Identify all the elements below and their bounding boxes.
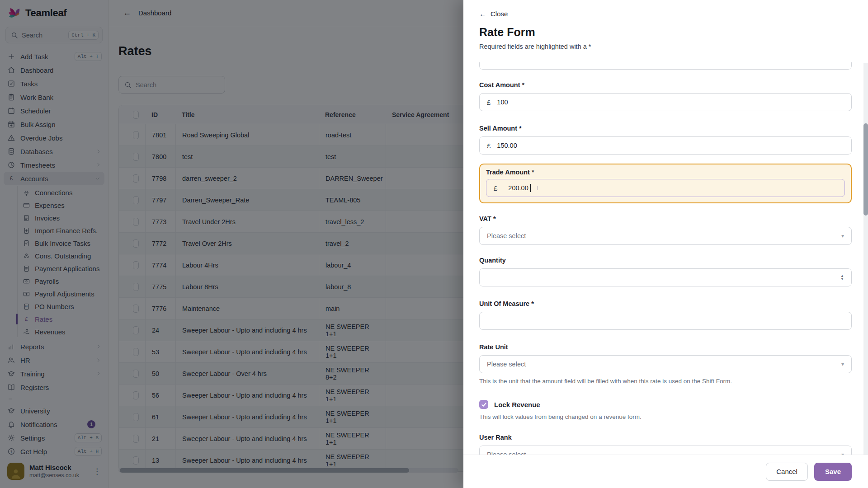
vat-placeholder: Please select — [487, 232, 526, 239]
check-icon — [481, 402, 487, 408]
trade-amount-value: 200.00 — [508, 184, 528, 192]
rate-unit-select[interactable]: Please select ▾ — [479, 355, 852, 373]
rate-form-body: Cost Amount * £ 100 Sell Amount * £ 150.… — [463, 62, 868, 455]
user-rank-placeholder: Please select — [487, 451, 526, 455]
stepper-arrows-icon[interactable]: ▲▼ — [840, 274, 844, 281]
lock-revenue-help: This will lock values from being changed… — [479, 413, 852, 420]
trade-amount-highlight-group: Trade Amount * £ 200.00 I — [479, 164, 852, 203]
rate-unit-label: Rate Unit — [479, 343, 852, 351]
rate-form-drawer: ← Close Rate Form Required fields are hi… — [463, 0, 868, 488]
scrollbar-thumb[interactable] — [863, 123, 868, 216]
close-label: Close — [491, 10, 508, 18]
sell-amount-label: Sell Amount * — [479, 125, 852, 132]
user-rank-select[interactable]: Please select ▾ — [479, 446, 852, 455]
trade-amount-label: Trade Amount * — [486, 169, 845, 176]
sell-amount-input[interactable]: £ 150.00 — [479, 136, 852, 155]
vat-select[interactable]: Please select ▾ — [479, 227, 852, 245]
drawer-title: Rate Form — [479, 26, 852, 39]
ibeam-mouse-cursor: I — [535, 184, 540, 192]
rate-unit-help: This is the unit that the amount field w… — [479, 378, 852, 385]
rate-unit-placeholder: Please select — [487, 361, 526, 368]
drawer-subtitle: Required fields are highlighted with a * — [479, 43, 852, 50]
chevron-down-icon: ▾ — [841, 233, 844, 239]
drawer-vertical-scrollbar[interactable] — [863, 63, 868, 455]
pound-symbol: £ — [494, 184, 497, 192]
trade-amount-input[interactable]: £ 200.00 I — [486, 179, 845, 197]
drawer-header: ← Close Rate Form Required fields are hi… — [463, 0, 868, 50]
text-caret — [530, 184, 531, 192]
clipped-input-above[interactable] — [479, 62, 852, 70]
cost-amount-label: Cost Amount * — [479, 81, 852, 89]
save-button[interactable]: Save — [814, 463, 852, 481]
vat-label: VAT * — [479, 215, 852, 222]
lock-revenue-label[interactable]: Lock Revenue — [494, 401, 540, 408]
quantity-stepper[interactable]: ▲▼ — [479, 268, 852, 286]
close-button[interactable]: ← Close — [479, 10, 508, 18]
cost-amount-input[interactable]: £ 100 — [479, 93, 852, 111]
unit-of-measure-label: Unit Of Measure * — [479, 300, 852, 307]
chevron-down-icon: ▾ — [841, 361, 844, 367]
lock-revenue-checkbox[interactable] — [479, 400, 488, 409]
chevron-down-icon: ▾ — [841, 451, 844, 455]
lock-revenue-row: Lock Revenue — [479, 400, 852, 409]
drawer-footer: Cancel Save — [463, 455, 868, 488]
user-rank-label: User Rank — [479, 434, 852, 441]
sell-amount-value: 150.00 — [497, 142, 517, 149]
app: Teamleaf Search Ctrl + K Add TaskAlt + T… — [0, 0, 868, 488]
unit-of-measure-input[interactable] — [479, 312, 852, 330]
modal-dim-overlay[interactable] — [0, 0, 463, 488]
quantity-label: Quantity — [479, 257, 852, 264]
pound-symbol: £ — [487, 142, 491, 150]
pound-symbol: £ — [487, 99, 491, 106]
cost-amount-value: 100 — [497, 99, 508, 106]
back-arrow-icon: ← — [479, 10, 486, 18]
cancel-button[interactable]: Cancel — [766, 463, 808, 481]
